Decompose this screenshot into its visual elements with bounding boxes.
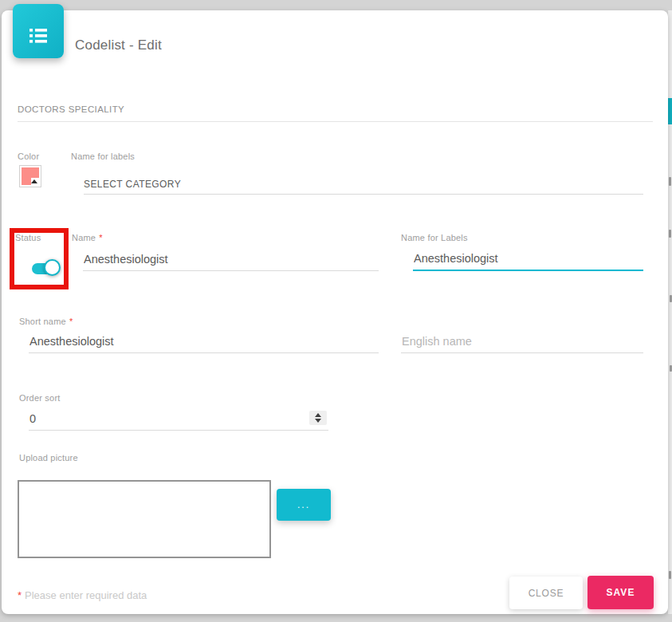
section-heading: DOCTORS SPECIALITY — [18, 104, 124, 114]
color-swatch-notch — [31, 178, 39, 185]
required-note: *Please enter required data — [18, 589, 147, 601]
list-icon — [28, 27, 49, 47]
name-for-labels-caption: Name for labels — [71, 152, 135, 161]
status-label: Status — [15, 233, 41, 242]
required-asterisk: * — [18, 589, 22, 601]
page-title: Codelist - Edit — [75, 37, 162, 53]
stepper-up-icon[interactable] — [315, 413, 321, 417]
stepper-down-icon[interactable] — [315, 419, 321, 423]
upload-picture-label: Upload picture — [19, 453, 78, 463]
short-name-input[interactable] — [29, 333, 379, 353]
order-sort-input[interactable] — [29, 410, 328, 431]
english-name-input[interactable] — [401, 333, 643, 353]
name-label: Name* — [72, 233, 103, 242]
background-page-fragment — [669, 571, 671, 579]
toggle-knob — [44, 259, 61, 276]
color-label: Color — [18, 152, 39, 161]
background-page-fragment — [669, 230, 671, 238]
category-select[interactable]: SELECT CATEGORY — [84, 179, 643, 195]
close-button[interactable]: CLOSE — [509, 577, 583, 609]
menu-button[interactable] — [13, 4, 64, 58]
dropdown-caret-icon — [31, 179, 37, 183]
upload-preview-box — [18, 480, 271, 558]
required-asterisk: * — [99, 233, 102, 242]
status-toggle[interactable] — [32, 259, 65, 277]
save-button[interactable]: SAVE — [588, 576, 654, 609]
edit-dialog-card: Codelist - Edit DOCTORS SPECIALITY Color… — [2, 10, 668, 614]
name-input[interactable] — [83, 250, 379, 271]
color-swatch-picker[interactable] — [19, 165, 41, 187]
name-for-labels-input[interactable] — [413, 250, 643, 271]
name-for-labels-label: Name for Labels — [401, 233, 468, 242]
required-asterisk: * — [69, 317, 73, 326]
browse-button[interactable]: ... — [277, 489, 331, 521]
section-divider — [18, 121, 653, 122]
color-swatch-fill — [22, 167, 39, 185]
background-page-fragment — [669, 177, 671, 186]
number-stepper[interactable] — [309, 411, 327, 425]
screen: Codelist - Edit DOCTORS SPECIALITY Color… — [0, 0, 672, 622]
short-name-label: Short name* — [19, 317, 73, 326]
order-sort-label: Order sort — [19, 393, 61, 403]
